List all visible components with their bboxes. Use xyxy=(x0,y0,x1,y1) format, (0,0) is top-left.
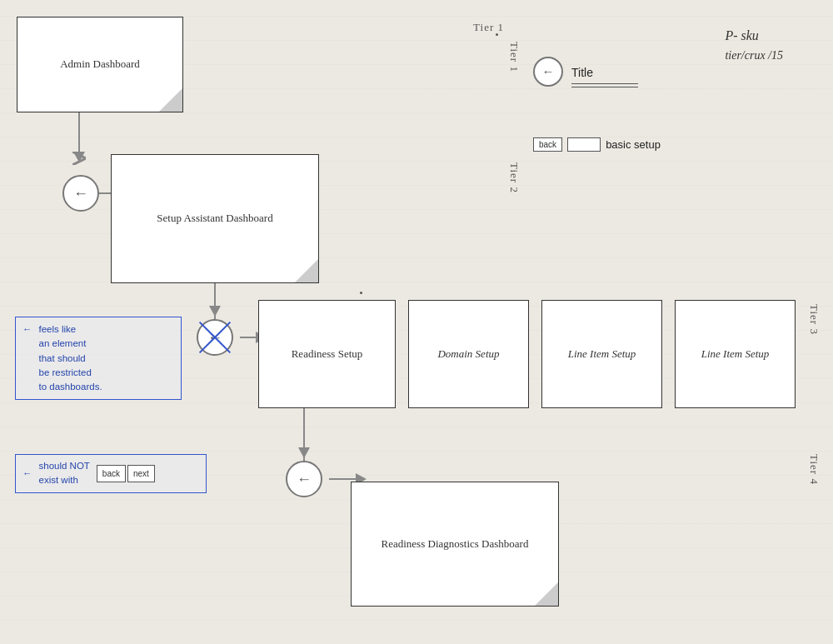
domain-setup-box[interactable]: Domain Setup xyxy=(408,300,529,408)
annotation-1-text: feels likean elementthat shouldbe restri… xyxy=(39,322,102,394)
admin-dashboard-label: Admin Dashboard xyxy=(60,57,140,72)
line-item-setup-box-1[interactable]: Line Item Setup xyxy=(541,300,662,408)
psku-back-arrow[interactable]: ← xyxy=(533,57,563,87)
back-arrow-tier2[interactable]: ← xyxy=(62,175,99,212)
tier1-label-right: Tier 1 xyxy=(507,42,521,72)
next-btn-placeholder[interactable] xyxy=(567,137,601,152)
annotation-back-btn[interactable]: back xyxy=(97,465,126,482)
annotation-back-next: ← should NOTexist with back next xyxy=(15,454,207,493)
tier2-label-right: Tier 2 xyxy=(507,162,521,193)
setup-assistant-box[interactable]: Setup Assistant Dashboard xyxy=(111,154,319,283)
annotation-2-text: should NOTexist with xyxy=(39,459,90,488)
back-arrow-tier3[interactable]: ← xyxy=(197,319,233,356)
setup-assistant-label: Setup Assistant Dashboard xyxy=(157,211,272,226)
psku-subtitle: tier/crux /15 xyxy=(725,47,783,65)
canvas: Tier 1 Tier 1 Tier 2 Tier 3 Tier 4 Admin… xyxy=(0,0,833,644)
line-item-setup-label-1: Line Item Setup xyxy=(568,347,636,362)
tier1-label: Tier 1 xyxy=(473,21,504,34)
basic-setup-area: back basic setup xyxy=(533,137,661,152)
diagnostics-fold xyxy=(535,582,558,606)
psku-title: P- sku xyxy=(725,25,783,47)
annotation-next-btn[interactable]: next xyxy=(127,465,155,482)
annotation-2-arrow: ← xyxy=(22,467,32,481)
dot-1 xyxy=(496,33,498,36)
back-arrow-tier4[interactable]: ← xyxy=(286,461,322,497)
readiness-setup-box[interactable]: Readiness Setup xyxy=(258,300,396,408)
readiness-diagnostics-box[interactable]: Readiness Diagnostics Dashboard xyxy=(351,482,559,607)
dot-2 xyxy=(360,292,362,294)
tier3-label-right: Tier 3 xyxy=(807,304,821,335)
annotation-dashboards: ← feels likean elementthat shouldbe rest… xyxy=(15,317,182,400)
svg-marker-2 xyxy=(73,152,85,162)
svg-marker-11 xyxy=(298,447,310,458)
admin-dashboard-box[interactable]: Admin Dashboard xyxy=(17,17,183,112)
tier4-label-right: Tier 4 xyxy=(807,454,821,485)
line-item-setup-label-2: Line Item Setup xyxy=(701,347,770,362)
notes-area: P- sku tier/crux /15 xyxy=(725,25,783,65)
back-btn[interactable]: back xyxy=(533,137,562,152)
line-item-setup-box-2[interactable]: Line Item Setup xyxy=(675,300,796,408)
readiness-diagnostics-label: Readiness Diagnostics Dashboard xyxy=(382,537,529,552)
title-text: Title xyxy=(571,66,593,79)
readiness-setup-label: Readiness Setup xyxy=(292,347,363,362)
setup-fold xyxy=(295,259,318,282)
basic-setup-label: basic setup xyxy=(606,138,661,151)
annotation-1-arrow: ← xyxy=(22,322,32,337)
title-label-area: Title xyxy=(571,65,638,87)
domain-setup-label: Domain Setup xyxy=(437,347,499,362)
svg-marker-5 xyxy=(209,306,221,317)
admin-fold xyxy=(159,88,182,112)
